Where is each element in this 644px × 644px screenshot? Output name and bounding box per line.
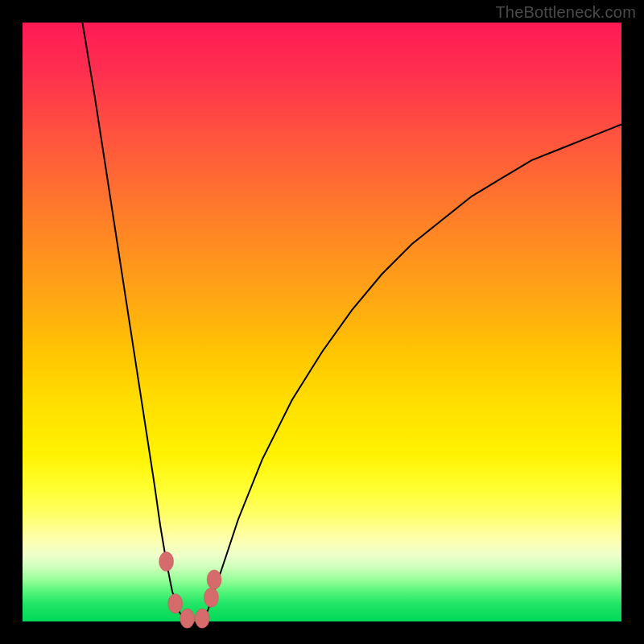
watermark-text: TheBottleneck.com xyxy=(495,3,636,22)
marker-bead xyxy=(204,588,218,607)
marker-bead xyxy=(195,609,209,628)
marker-bead xyxy=(159,552,174,572)
marker-bead xyxy=(168,594,183,613)
marker-bead xyxy=(207,570,221,589)
chart-svg xyxy=(23,23,621,621)
curve-right-branch xyxy=(202,125,621,622)
marker-group xyxy=(159,552,222,629)
curve-left-branch xyxy=(82,23,184,621)
marker-bead xyxy=(180,609,195,628)
